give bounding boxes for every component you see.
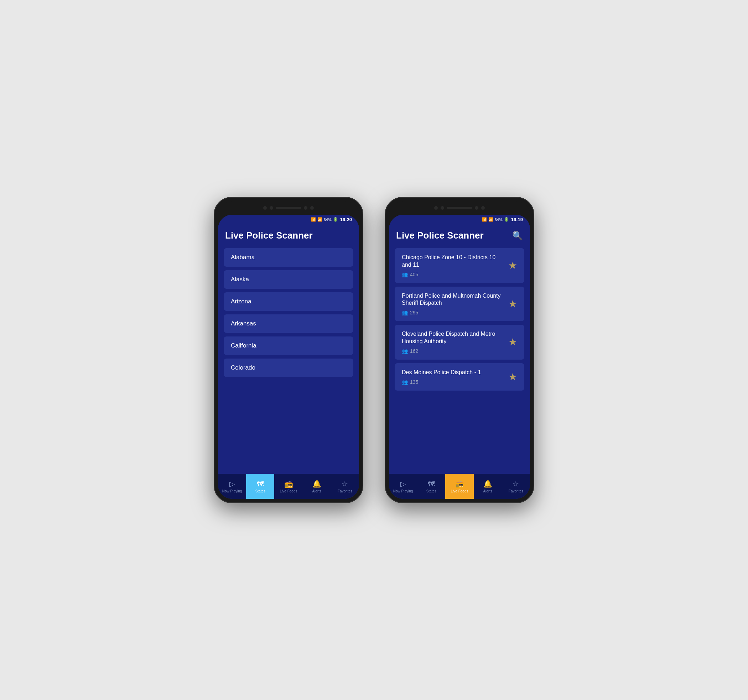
favorites-icon-1: ☆	[342, 480, 348, 488]
state-label-arizona: Arizona	[231, 298, 251, 305]
now-playing-icon-1: ▷	[230, 480, 235, 488]
nav-now-playing-2[interactable]: ▷ Now Playing	[389, 474, 417, 499]
state-item-colorado[interactable]: Colorado	[224, 358, 353, 377]
feed-name-des-moines: Des Moines Police Dispatch - 1	[402, 369, 505, 377]
wifi-icon: 📶	[311, 217, 316, 222]
state-label-alabama: Alabama	[231, 254, 255, 261]
bottom-nav-1: ▷ Now Playing 🗺 States 📻 Live Feeds 🔔 Al…	[218, 474, 359, 499]
listeners-count-chicago-zone10: 405	[410, 272, 418, 277]
battery-icon: 🔋	[333, 217, 338, 222]
status-icons-2: 📶 📶 64% 🔋	[482, 217, 509, 222]
state-item-arkansas[interactable]: Arkansas	[224, 314, 353, 333]
listeners-count-des-moines: 135	[410, 379, 418, 385]
nav-label-now-playing-1: Now Playing	[222, 489, 242, 493]
signal-icon: 📶	[317, 217, 322, 222]
app-content-2: Live Police Scanner 🔍 Chicago Police Zon…	[389, 224, 530, 474]
signal-icon-2: 📶	[488, 217, 493, 222]
star-cleveland-police[interactable]: ★	[508, 336, 517, 348]
live-feeds-icon-2: 📻	[455, 480, 464, 488]
camera-dot-2	[270, 206, 273, 210]
feeds-list: Chicago Police Zone 10 - Districts 10 an…	[389, 245, 530, 474]
camera-dot-3	[304, 206, 307, 210]
nav-favorites-2[interactable]: ☆ Favorites	[502, 474, 530, 499]
battery-text: 64%	[324, 217, 331, 222]
nav-states-2[interactable]: 🗺 States	[417, 474, 445, 499]
feed-name-cleveland-police: Cleveland Police Dispatch and Metro Hous…	[402, 330, 505, 345]
wifi-icon-2: 📶	[482, 217, 487, 222]
app-header-2: Live Police Scanner 🔍	[389, 224, 530, 245]
alerts-icon-2: 🔔	[483, 480, 492, 488]
app-content-1: Live Police Scanner AlabamaAlaskaArizona…	[218, 224, 359, 474]
speaker-bar-2	[447, 207, 472, 209]
state-label-alaska: Alaska	[231, 276, 249, 283]
feed-name-chicago-zone10: Chicago Police Zone 10 - Districts 10 an…	[402, 254, 505, 269]
battery-text-2: 64%	[495, 217, 503, 222]
state-item-alabama[interactable]: Alabama	[224, 248, 353, 267]
camera-dot-8	[481, 206, 485, 210]
nav-label-now-playing-2: Now Playing	[393, 489, 413, 493]
nav-label-states-1: States	[255, 489, 265, 493]
battery-icon-2: 🔋	[504, 217, 509, 222]
phone-1: 📶 📶 64% 🔋 19:20 Live Police Scanner Alab…	[214, 197, 363, 503]
status-icons-1: 📶 📶 64% 🔋	[311, 217, 338, 222]
phones-container: 📶 📶 64% 🔋 19:20 Live Police Scanner Alab…	[214, 197, 534, 503]
listeners-icon-chicago-zone10: 👥	[402, 272, 408, 277]
nav-alerts-1[interactable]: 🔔 Alerts	[303, 474, 331, 499]
camera-dot-6	[441, 206, 444, 210]
feed-info-portland-police: Portland Police and Multnomah County She…	[402, 292, 505, 316]
nav-label-live-feeds-1: Live Feeds	[280, 489, 297, 493]
state-item-alaska[interactable]: Alaska	[224, 270, 353, 289]
feed-listeners-des-moines: 👥135	[402, 379, 505, 385]
phone-top-bar-2	[389, 201, 530, 215]
feed-listeners-portland-police: 👥295	[402, 310, 505, 316]
nav-favorites-1[interactable]: ☆ Favorites	[331, 474, 359, 499]
app-title-1: Live Police Scanner	[225, 230, 313, 241]
state-label-arkansas: Arkansas	[231, 320, 256, 327]
feed-info-cleveland-police: Cleveland Police Dispatch and Metro Hous…	[402, 330, 505, 354]
feed-item-chicago-zone10[interactable]: Chicago Police Zone 10 - Districts 10 an…	[395, 248, 524, 283]
phone-1-screen: 📶 📶 64% 🔋 19:20 Live Police Scanner Alab…	[218, 215, 359, 499]
nav-label-favorites-2: Favorites	[509, 489, 523, 493]
camera-dot	[263, 206, 267, 210]
star-des-moines[interactable]: ★	[508, 371, 517, 383]
feed-listeners-chicago-zone10: 👥405	[402, 272, 505, 277]
phone-top-bar-1	[218, 201, 359, 215]
feed-item-cleveland-police[interactable]: Cleveland Police Dispatch and Metro Hous…	[395, 325, 524, 360]
feed-item-portland-police[interactable]: Portland Police and Multnomah County She…	[395, 287, 524, 322]
nav-live-feeds-2[interactable]: 📻 Live Feeds	[445, 474, 473, 499]
nav-alerts-2[interactable]: 🔔 Alerts	[474, 474, 502, 499]
nav-now-playing-1[interactable]: ▷ Now Playing	[218, 474, 246, 499]
status-bar-2: 📶 📶 64% 🔋 19:19	[389, 215, 530, 224]
states-list: AlabamaAlaskaArizonaArkansasCaliforniaCo…	[218, 245, 359, 474]
favorites-icon-2: ☆	[512, 480, 519, 488]
feed-listeners-cleveland-police: 👥162	[402, 348, 505, 354]
phone-2: 📶 📶 64% 🔋 19:19 Live Police Scanner 🔍 Ch…	[385, 197, 534, 503]
speaker-bar	[276, 207, 301, 209]
state-label-california: California	[231, 342, 257, 349]
nav-label-favorites-1: Favorites	[338, 489, 352, 493]
phone-2-screen: 📶 📶 64% 🔋 19:19 Live Police Scanner 🔍 Ch…	[389, 215, 530, 499]
camera-dot-4	[310, 206, 314, 210]
bottom-nav-2: ▷ Now Playing 🗺 States 📻 Live Feeds 🔔 Al…	[389, 474, 530, 499]
feed-info-chicago-zone10: Chicago Police Zone 10 - Districts 10 an…	[402, 254, 505, 277]
feed-info-des-moines: Des Moines Police Dispatch - 1👥135	[402, 369, 505, 385]
now-playing-icon-2: ▷	[400, 480, 406, 488]
star-portland-police[interactable]: ★	[508, 298, 517, 310]
feed-name-portland-police: Portland Police and Multnomah County She…	[402, 292, 505, 307]
camera-dot-5	[434, 206, 438, 210]
nav-states-1[interactable]: 🗺 States	[246, 474, 274, 499]
feed-item-des-moines[interactable]: Des Moines Police Dispatch - 1👥135★	[395, 363, 524, 390]
star-chicago-zone10[interactable]: ★	[508, 260, 517, 271]
app-title-2: Live Police Scanner	[396, 230, 484, 241]
live-feeds-icon-1: 📻	[284, 480, 293, 488]
state-item-california[interactable]: California	[224, 337, 353, 355]
nav-label-alerts-2: Alerts	[483, 489, 492, 493]
state-label-colorado: Colorado	[231, 364, 255, 371]
states-icon-1: 🗺	[257, 480, 264, 488]
nav-label-states-2: States	[426, 489, 436, 493]
search-button[interactable]: 🔍	[512, 231, 523, 241]
status-time-1: 19:20	[340, 217, 352, 222]
nav-live-feeds-1[interactable]: 📻 Live Feeds	[274, 474, 303, 499]
listeners-count-cleveland-police: 162	[410, 348, 418, 354]
state-item-arizona[interactable]: Arizona	[224, 292, 353, 311]
